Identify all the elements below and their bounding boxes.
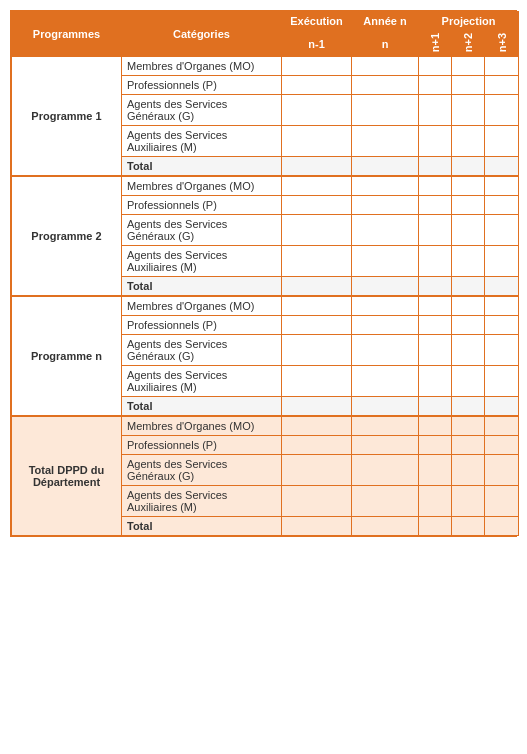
- data-cell: [282, 157, 352, 177]
- data-cell: [282, 517, 352, 536]
- data-cell: [282, 335, 352, 366]
- data-cell: [352, 277, 419, 297]
- data-cell: [485, 416, 519, 436]
- data-cell: [352, 316, 419, 335]
- data-table: Programmes Catégories Exécution Année n …: [11, 11, 519, 536]
- data-cell: [282, 176, 352, 196]
- data-cell: [419, 486, 452, 517]
- data-cell: [452, 126, 485, 157]
- data-cell: [485, 176, 519, 196]
- data-cell: [452, 196, 485, 215]
- table-row: Programme 1Membres d'Organes (MO): [12, 57, 519, 76]
- data-cell: [452, 416, 485, 436]
- data-cell: [485, 455, 519, 486]
- data-cell: [452, 366, 485, 397]
- data-cell: [452, 215, 485, 246]
- data-cell: [419, 277, 452, 297]
- data-cell: [352, 416, 419, 436]
- proj-n3-label: n+3: [496, 33, 508, 52]
- data-cell: [419, 517, 452, 536]
- total-dppd-category-cell: Total: [122, 517, 282, 536]
- data-cell: [282, 416, 352, 436]
- category-cell: Membres d'Organes (MO): [122, 296, 282, 316]
- data-cell: [352, 335, 419, 366]
- data-cell: [452, 335, 485, 366]
- subheader-n1: n-1: [282, 31, 352, 57]
- data-cell: [485, 366, 519, 397]
- data-cell: [419, 397, 452, 417]
- data-cell: [282, 215, 352, 246]
- data-cell: [419, 95, 452, 126]
- category-cell: Professionnels (P): [122, 76, 282, 95]
- data-cell: [485, 316, 519, 335]
- proj-n2-label: n+2: [462, 33, 474, 52]
- main-table-wrapper: Programmes Catégories Exécution Année n …: [10, 10, 517, 537]
- data-cell: [352, 246, 419, 277]
- data-cell: [485, 95, 519, 126]
- data-cell: [419, 455, 452, 486]
- data-cell: [452, 246, 485, 277]
- category-cell: Professionnels (P): [122, 196, 282, 215]
- data-cell: [452, 95, 485, 126]
- data-cell: [452, 57, 485, 76]
- data-cell: [419, 126, 452, 157]
- data-cell: [419, 366, 452, 397]
- data-cell: [352, 126, 419, 157]
- data-cell: [485, 157, 519, 177]
- category-cell: Total: [122, 157, 282, 177]
- data-cell: [352, 486, 419, 517]
- total-dppd-category-cell: Membres d'Organes (MO): [122, 416, 282, 436]
- category-cell: Agents des Services Généraux (G): [122, 95, 282, 126]
- data-cell: [419, 215, 452, 246]
- total-dppd-category-cell: Agents des Services Généraux (G): [122, 455, 282, 486]
- data-cell: [282, 76, 352, 95]
- header-row-1: Programmes Catégories Exécution Année n …: [12, 12, 519, 31]
- data-cell: [352, 436, 419, 455]
- programme-cell: Programme n: [12, 296, 122, 416]
- subheader-n1-proj: n+1: [419, 31, 452, 57]
- data-cell: [452, 517, 485, 536]
- data-cell: [485, 436, 519, 455]
- table-body: Programme 1Membres d'Organes (MO)Profess…: [12, 57, 519, 536]
- data-cell: [485, 57, 519, 76]
- data-cell: [282, 246, 352, 277]
- data-cell: [352, 455, 419, 486]
- data-cell: [282, 126, 352, 157]
- data-cell: [452, 157, 485, 177]
- data-cell: [419, 246, 452, 277]
- data-cell: [452, 397, 485, 417]
- total-dppd-category-cell: Agents des Services Auxiliaires (M): [122, 486, 282, 517]
- data-cell: [282, 316, 352, 335]
- data-cell: [352, 215, 419, 246]
- data-cell: [452, 486, 485, 517]
- category-cell: Membres d'Organes (MO): [122, 57, 282, 76]
- data-cell: [282, 366, 352, 397]
- data-cell: [352, 176, 419, 196]
- data-cell: [282, 57, 352, 76]
- category-cell: Total: [122, 277, 282, 297]
- data-cell: [485, 196, 519, 215]
- data-cell: [485, 277, 519, 297]
- table-row: Programme 2Membres d'Organes (MO): [12, 176, 519, 196]
- data-cell: [282, 436, 352, 455]
- data-cell: [452, 296, 485, 316]
- category-cell: Agents des Services Généraux (G): [122, 215, 282, 246]
- data-cell: [485, 296, 519, 316]
- header-execution: Exécution: [282, 12, 352, 31]
- data-cell: [485, 126, 519, 157]
- proj-n1-label: n+1: [429, 33, 441, 52]
- category-cell: Professionnels (P): [122, 316, 282, 335]
- data-cell: [485, 486, 519, 517]
- category-cell: Total: [122, 397, 282, 417]
- header-projection: Projection: [419, 12, 519, 31]
- data-cell: [282, 277, 352, 297]
- data-cell: [452, 76, 485, 95]
- total-dppd-programme-cell: Total DPPD du Département: [12, 416, 122, 536]
- data-cell: [419, 316, 452, 335]
- programme-cell: Programme 1: [12, 57, 122, 177]
- data-cell: [419, 335, 452, 366]
- data-cell: [352, 397, 419, 417]
- data-cell: [352, 196, 419, 215]
- table-row: Programme nMembres d'Organes (MO): [12, 296, 519, 316]
- data-cell: [352, 296, 419, 316]
